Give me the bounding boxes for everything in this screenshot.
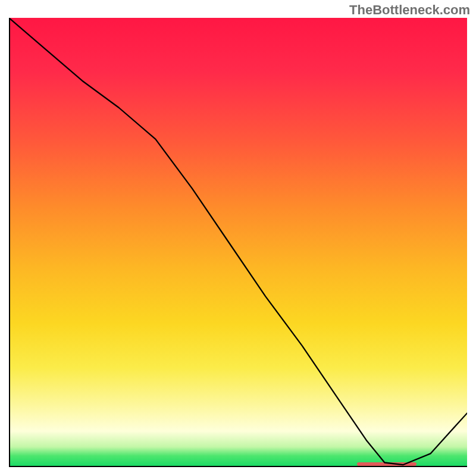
- bottleneck-chart: TheBottleneck.com: [0, 0, 476, 476]
- curve-layer: [9, 18, 467, 467]
- x-axis: [9, 466, 467, 467]
- plot-area: [9, 18, 467, 467]
- y-axis: [9, 18, 10, 467]
- bottleneck-curve: [9, 18, 467, 465]
- watermark-text: TheBottleneck.com: [349, 2, 470, 18]
